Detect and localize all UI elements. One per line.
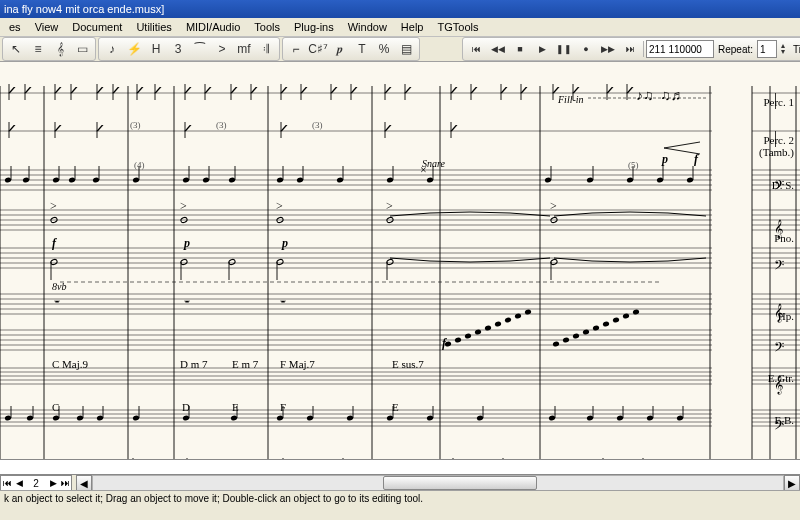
svg-text:♫♬: ♫♬	[660, 88, 681, 103]
chord-symbol: D	[182, 401, 190, 413]
playback-toolbar: ⏮◀◀■▶❚❚●▶▶⏭ 211 110000 Repeat: 1 ▴▾ Time…	[462, 37, 800, 61]
measure-number: (3)	[312, 120, 323, 130]
chord-symbol: C	[52, 401, 59, 413]
svg-point-265	[612, 317, 620, 324]
instrument-label: Perc. 2 (Tamb.)	[759, 134, 794, 158]
tuplet-icon[interactable]: 3	[167, 39, 189, 59]
text-icon[interactable]: T	[351, 39, 373, 59]
svg-point-254	[484, 325, 492, 332]
dynamic-marking: p	[184, 236, 190, 251]
record-icon[interactable]: ●	[575, 39, 597, 59]
playback-measure-field[interactable]: 211 110000	[646, 40, 714, 58]
instrument-label: Hp.	[778, 310, 794, 322]
menu-bar: es View Document Utilities MIDI/Audio To…	[0, 18, 800, 37]
svg-point-255	[494, 321, 502, 328]
ff-icon[interactable]: ▶▶	[597, 39, 619, 59]
percent-icon[interactable]: %	[373, 39, 395, 59]
scroll-left-icon[interactable]: ◀	[76, 475, 92, 491]
page-last-icon[interactable]: ⏭	[59, 477, 71, 489]
window-title: ina fly now4 mit orca ende.musx]	[4, 3, 164, 15]
chord-icon[interactable]: C♯⁷	[307, 39, 329, 59]
clef-tool-icon[interactable]: 𝄞	[49, 39, 71, 59]
expr-icon[interactable]: 𝆏	[329, 39, 351, 59]
scroll-track[interactable]	[92, 475, 784, 491]
menu-tgtools[interactable]: TGTools	[430, 19, 485, 35]
menu-window[interactable]: Window	[341, 19, 394, 35]
menu-midi-audio[interactable]: MIDI/Audio	[179, 19, 247, 35]
lyric-icon[interactable]: ⌐	[285, 39, 307, 59]
page-next-icon[interactable]: ▶	[47, 477, 59, 489]
svg-point-267	[632, 309, 640, 316]
svg-text:>: >	[386, 199, 393, 213]
menu-es[interactable]: es	[2, 19, 28, 35]
dynamic-marking: p	[662, 152, 668, 167]
svg-point-266	[622, 313, 630, 320]
dynamic-marking: f	[52, 236, 56, 251]
window-titlebar: ina fly now4 mit orca ende.musx]	[0, 0, 800, 18]
svg-point-258	[524, 309, 532, 316]
chord-symbol: E m 7	[232, 358, 258, 370]
svg-text:>: >	[180, 199, 187, 213]
svg-text:>: >	[276, 199, 283, 213]
rewind-icon[interactable]: ◀◀	[487, 39, 509, 59]
instrument-label: E.Gtr.	[768, 372, 794, 384]
score-annotation: Snare	[422, 158, 445, 169]
dynamic-marking: f	[694, 152, 698, 167]
svg-point-263	[592, 325, 600, 332]
speedy-entry-icon[interactable]: ⚡	[123, 39, 145, 59]
page-number-field[interactable]	[25, 477, 47, 490]
rewind-start-icon[interactable]: ⏮	[465, 39, 487, 59]
svg-point-257	[514, 313, 522, 320]
ruler	[0, 459, 800, 475]
repeat-icon[interactable]: 𝄇	[255, 39, 277, 59]
chord-symbol: E	[232, 401, 239, 413]
chord-symbol: E	[392, 401, 399, 413]
menu-plugins[interactable]: Plug-ins	[287, 19, 341, 35]
smartshape-icon[interactable]: ⁀	[189, 39, 211, 59]
page-layout-icon[interactable]: ▤	[395, 39, 417, 59]
instrument-label: Pno.	[774, 232, 794, 244]
dynamic-icon[interactable]: mf	[233, 39, 255, 59]
articulation-icon[interactable]: >	[211, 39, 233, 59]
time-label: Time:	[789, 44, 800, 55]
svg-text:𝄻: 𝄻	[280, 300, 286, 303]
menu-document[interactable]: Document	[65, 19, 129, 35]
svg-text:𝄢: 𝄢	[774, 258, 784, 275]
svg-text:♪♫: ♪♫	[636, 88, 654, 103]
page-prev-icon[interactable]: ◀	[13, 477, 25, 489]
pause-icon[interactable]: ❚❚	[553, 39, 575, 59]
horizontal-scrollbar: ⏮ ◀ ▶ ⏭ ◀ ▶	[0, 475, 800, 491]
main-toolbar: ↖≡𝄞▭♪⚡H3⁀>mf𝄇⌐C♯⁷𝆏T%▤ ⏮◀◀■▶❚❚●▶▶⏭ 211 11…	[0, 37, 800, 62]
repeat-label: Repeat:	[714, 44, 757, 55]
instrument-label: Perc. 1	[763, 96, 794, 108]
scroll-right-icon[interactable]: ▶	[784, 475, 800, 491]
play-icon[interactable]: ▶	[531, 39, 553, 59]
svg-point-251	[454, 337, 462, 344]
score-viewport[interactable]: ||𝄢𝄞𝄢𝄞𝄢𝄞𝄢𝄞𝄞𝄍𝄍𝄍𝄍𝄍𝄍𝄍𝄍𝄍𝄍𝄍𝄍𝄍𝄍𝄍𝄍𝄍𝄍𝄍𝄍𝄍𝄍𝄍𝄍𝄍𝄍♪♫♫…	[0, 62, 800, 505]
menu-help[interactable]: Help	[394, 19, 431, 35]
page-first-icon[interactable]: ⏮	[1, 477, 13, 489]
stop-icon[interactable]: ■	[509, 39, 531, 59]
svg-point-252	[464, 333, 472, 340]
simple-entry-icon[interactable]: ♪	[101, 39, 123, 59]
menu-tools[interactable]: Tools	[247, 19, 287, 35]
chord-symbol: C Maj.9	[52, 358, 88, 370]
staff-tool-icon[interactable]: ≡	[27, 39, 49, 59]
score-annotation: 8vb	[52, 281, 66, 292]
svg-text:>: >	[50, 199, 57, 213]
scroll-thumb[interactable]	[383, 476, 537, 490]
svg-point-260	[562, 337, 570, 344]
selection-tool-icon[interactable]: ↖	[5, 39, 27, 59]
svg-text:𝄢: 𝄢	[774, 340, 784, 357]
hyperscribe-icon[interactable]: H	[145, 39, 167, 59]
ff-end-icon[interactable]: ⏭	[619, 39, 641, 59]
measure-tool-icon[interactable]: ▭	[71, 39, 93, 59]
menu-view[interactable]: View	[28, 19, 66, 35]
svg-point-256	[504, 317, 512, 324]
menu-utilities[interactable]: Utilities	[129, 19, 178, 35]
page-navigator: ⏮ ◀ ▶ ⏭	[0, 475, 72, 491]
measure-number: (3)	[130, 120, 141, 130]
repeat-stepper-icon[interactable]: ▴▾	[777, 39, 789, 59]
chord-symbol: F Maj.7	[280, 358, 315, 370]
repeat-field[interactable]: 1	[757, 40, 777, 58]
